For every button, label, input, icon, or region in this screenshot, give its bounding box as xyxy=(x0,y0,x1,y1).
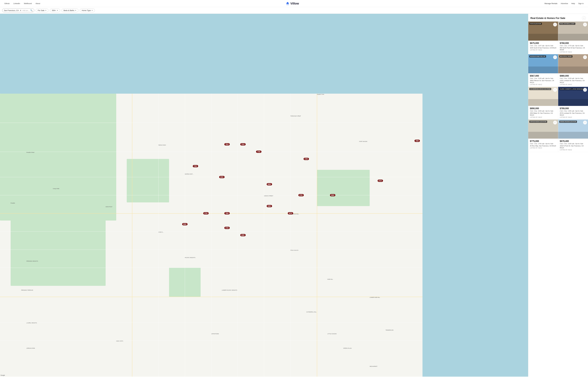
card-address: 2576 Lombard St. San Francisco, CA 94123 xyxy=(560,112,587,116)
card-body: $675,000 2 bd|1 ba|1247 sqft|Apt for Sal… xyxy=(528,41,558,52)
card-beds: 4 bd xyxy=(560,78,563,79)
map-pin[interactable]: 789K xyxy=(224,212,230,214)
card-baths: 1 ba xyxy=(534,45,537,47)
card-badge: POOL NATURAL-LIGHT xyxy=(559,23,575,25)
search-icon[interactable]: 🔍 xyxy=(30,9,33,12)
card-details: 3 bd|1 ba|2145 sqft|Apt for Sale xyxy=(530,78,556,79)
nav-logo[interactable]: Villow xyxy=(286,2,299,5)
nav-advertise[interactable]: Advertise xyxy=(561,2,568,4)
card-type: Apt for Sale xyxy=(575,78,583,79)
card-favorite-button[interactable]: ♡ xyxy=(583,121,587,124)
listing-card[interactable]: PATIO ELEVATOR ♡ $675,000 2 bd|1 ba|1247… xyxy=(528,22,558,54)
card-image-wrap: OFFICE-NOOK ELEVATOR ♡ xyxy=(528,119,558,139)
listing-card[interactable]: POOL NATURAL-LIGHT ♡ $768,000 3 bd|1 ba|… xyxy=(558,22,588,54)
listing-card[interactable]: BEAUTIFUL RIVER ♡ $980,000 4 bd|2 ba|214… xyxy=(558,54,588,87)
card-body: $678,400 3 bd|2 ba|2100 sqft|Apt for Sal… xyxy=(558,139,588,152)
card-address: 25 Rico Way. San Francisco, CA 94123 xyxy=(530,145,556,147)
map-pin[interactable]: 675K xyxy=(298,194,304,196)
card-listing-by: LISTING BY: MLKZ xyxy=(560,51,587,53)
for-sale-label: For Sale xyxy=(38,9,44,12)
for-sale-filter[interactable]: For Sale ▼ xyxy=(36,9,48,12)
map-pin[interactable]: 890K xyxy=(182,223,188,225)
map-pin[interactable]: 575K xyxy=(224,227,230,229)
card-favorite-button[interactable]: ♡ xyxy=(583,88,587,92)
beds-baths-chevron-icon: ▼ xyxy=(75,10,76,11)
map-pin[interactable]: 567K xyxy=(288,212,293,214)
card-baths: 1 ba xyxy=(534,78,537,79)
card-price: $775,000 xyxy=(530,140,556,142)
nav-about[interactable]: About xyxy=(35,2,40,4)
map-pin[interactable]: 775K xyxy=(256,151,261,153)
location-pill: San Francisco, CA ✕ Add an... 🔍 xyxy=(2,9,34,12)
card-badge: OFFICE-NOOK ELEVATOR xyxy=(529,121,547,123)
card-favorite-button[interactable]: ♡ xyxy=(553,55,557,59)
nav-github[interactable]: Github xyxy=(4,2,10,4)
card-favorite-button[interactable]: ♡ xyxy=(553,23,557,26)
card-type: Apt for Sale xyxy=(575,45,583,47)
card-favorite-button[interactable]: ♡ xyxy=(553,88,557,92)
card-address: 3244 Scott St San Francisco, CA 94123 xyxy=(530,47,556,49)
map-pin[interactable]: 768K xyxy=(414,140,420,142)
card-address: 2953 Baker St. San Francisco, CA 94123 xyxy=(530,112,556,116)
home-type-filter[interactable]: Home Type ▼ xyxy=(80,9,95,12)
card-sqft: 2145 sqft xyxy=(538,78,544,79)
card-beds: 3 bd xyxy=(560,45,563,47)
map-pin[interactable]: 455K xyxy=(219,176,225,178)
card-listing-by: LISTING BY: MLKZ xyxy=(530,49,556,51)
nav-manage-rentals[interactable]: Manage Rentals xyxy=(544,2,557,4)
map-pin[interactable]: 980K xyxy=(330,194,335,196)
map-pin[interactable]: 761K xyxy=(240,143,246,146)
map-pin[interactable]: 735K xyxy=(193,165,198,167)
card-listing-by: LISTING BY: MLKZ xyxy=(530,117,556,118)
listing-card[interactable]: SLEEK-CABINETS LARGE-WINDOWS ♡ $789,000 … xyxy=(558,87,588,119)
card-listing-by: LISTING BY: MLKZ xyxy=(560,117,587,118)
scroll-top-button[interactable]: ↑ xyxy=(582,16,586,20)
logo-icon xyxy=(286,2,289,5)
card-price: $980,000 xyxy=(560,75,587,77)
card-badge: SLEEK-CABINETS LARGE-WINDOWS xyxy=(559,88,584,90)
map-container[interactable]: Presidio Shoal Crissy Field Presidio MAI… xyxy=(0,14,528,377)
card-body: $789,000 2 bd|2 ba|1345 sqft|Apt for Sal… xyxy=(558,106,588,119)
nav-help[interactable]: Help xyxy=(571,2,575,4)
listings-header: Real Estate & Homes For Sale ↑ xyxy=(528,14,588,22)
location-clear-icon[interactable]: ✕ xyxy=(20,9,22,12)
nav-wellfound[interactable]: Wellfound xyxy=(24,2,32,4)
card-details: 3 bd|2 ba|2230 sqft|Apt for Sale xyxy=(530,110,556,112)
price-label: 50K+ xyxy=(52,9,56,12)
card-price: $678,400 xyxy=(560,140,587,142)
card-beds: 3 bd xyxy=(530,143,533,144)
map-pin[interactable]: 971K xyxy=(377,179,383,182)
listing-card[interactable]: DINING-ROOM ELEVATOR ♡ $678,400 3 bd|2 b… xyxy=(558,119,588,152)
nav-left-links: Github LinkedIn Wellfound About xyxy=(4,2,40,4)
listing-card[interactable]: OFFICE-NOOK ELEVATOR ♡ $775,000 3 bd|1 b… xyxy=(528,119,558,152)
card-baths: 2 ba xyxy=(534,110,537,112)
card-type: Apt for Sale xyxy=(575,143,583,144)
card-beds: 3 bd xyxy=(530,78,533,79)
card-image-wrap: DINING-ROOM ELEVATOR ♡ xyxy=(558,119,588,139)
listing-card[interactable]: CO-WORKING-SPACE KOI-POND ♡ $890,000 3 b… xyxy=(528,87,558,119)
for-sale-chevron-icon: ▼ xyxy=(45,10,46,11)
card-baths: 1 ba xyxy=(534,143,537,144)
card-badge: CO-WORKING-SPACE KOI-POND xyxy=(529,88,551,90)
card-badge: BEAUTIFUL RIVER xyxy=(559,55,573,58)
listings-grid: PATIO ELEVATOR ♡ $675,000 2 bd|1 ba|1247… xyxy=(528,22,588,152)
card-body: $890,000 3 bd|2 ba|2230 sqft|Apt for Sal… xyxy=(528,106,558,119)
map-pin[interactable]: 575K xyxy=(203,212,209,214)
map-pin[interactable]: 880K xyxy=(267,183,272,186)
card-price: $675,000 xyxy=(530,42,556,45)
map-pin[interactable]: 568K xyxy=(267,205,272,207)
map-pin[interactable]: 781K xyxy=(224,143,230,146)
card-favorite-button[interactable]: ♡ xyxy=(583,55,587,59)
card-price: $789,000 xyxy=(560,107,587,110)
listing-card[interactable]: MUSEUM WINE-CELLAR ♡ $567,000 3 bd|1 ba|… xyxy=(528,54,558,87)
card-details: 3 bd|1 ba|1765 sqft|Apt for Sale xyxy=(530,143,556,144)
card-favorite-button[interactable]: ♡ xyxy=(553,121,557,124)
price-filter[interactable]: 50K+ ▼ xyxy=(50,9,60,12)
card-favorite-button[interactable]: ♡ xyxy=(583,23,587,26)
beds-baths-filter[interactable]: Beds & Baths ▼ xyxy=(62,9,78,12)
map-pin[interactable]: 678K xyxy=(303,158,309,160)
nav-linkedin[interactable]: LinkedIn xyxy=(13,2,20,4)
home-type-label: Home Type xyxy=(82,9,91,12)
nav-sign-in[interactable]: Sign in xyxy=(578,2,584,4)
map-pin[interactable]: 689K xyxy=(240,234,246,236)
